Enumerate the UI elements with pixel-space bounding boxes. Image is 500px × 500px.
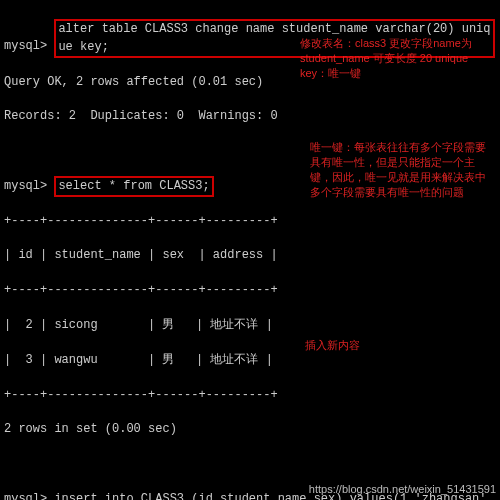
table1-sep: +----+--------------+------+---------+ (4, 387, 496, 404)
table1-footer: 2 rows in set (0.00 sec) (4, 421, 496, 438)
alter-result-2: Records: 2 Duplicates: 0 Warnings: 0 (4, 108, 496, 125)
annotation-insert: 插入新内容 (305, 338, 360, 353)
prompt: mysql> (4, 40, 47, 54)
annotation-alter: 修改表名：class3 更改字段name为student_name 可变长度 2… (300, 36, 485, 81)
table1-sep: +----+--------------+------+---------+ (4, 213, 496, 230)
cmd-select-1: select * from CLASS3; (54, 176, 213, 197)
table1-header: | id | student_name | sex | address | (4, 247, 496, 264)
table1-row: | 2 | sicong | 男 | 地址不详 | (4, 317, 496, 334)
prompt: mysql> (4, 179, 47, 193)
watermark-url: https://blog.csdn.net/weixin_51431591 (309, 482, 496, 498)
table1-row: | 3 | wangwu | 男 | 地址不详 | (4, 352, 496, 369)
table1-sep: +----+--------------+------+---------+ (4, 282, 496, 299)
annotation-unique-key: 唯一键：每张表往往有多个字段需要具有唯一性，但是只能指定一个主键，因此，唯一见就… (310, 140, 495, 199)
prompt: mysql> (4, 492, 47, 500)
